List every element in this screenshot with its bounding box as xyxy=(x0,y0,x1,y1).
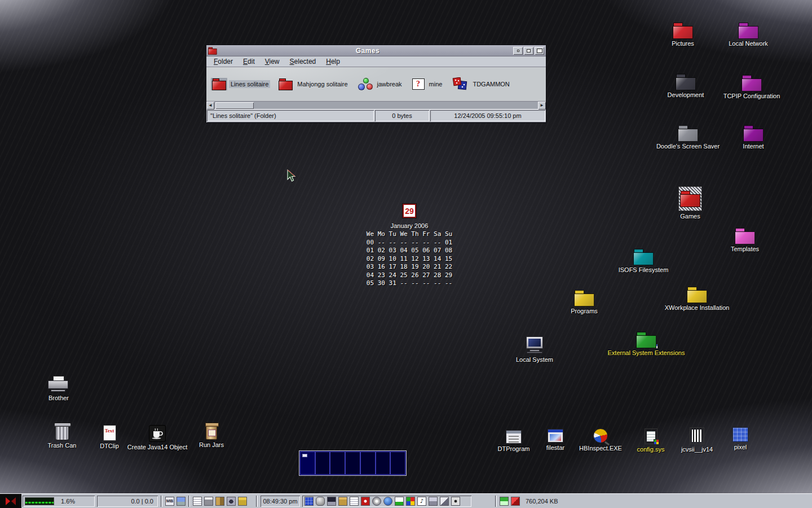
pager-desktop-2[interactable] xyxy=(315,452,330,475)
document-icon[interactable] xyxy=(350,497,359,506)
desktop-icon-xworkplace-installation[interactable]: XWorkplace Installation xyxy=(663,287,731,311)
folder-icon xyxy=(636,332,656,348)
item-tdgammon[interactable]: TDGAMMON xyxy=(451,77,511,91)
icon-label: DTClip xyxy=(100,443,119,449)
icon-label: jcvsii__jv14 xyxy=(681,446,713,453)
desktop-icon-pixel[interactable]: pixel xyxy=(713,427,767,450)
folder-icon xyxy=(687,287,707,303)
eye-icon[interactable] xyxy=(451,497,460,506)
cd-player-icon[interactable] xyxy=(372,497,381,506)
virtual-desktops-icon[interactable] xyxy=(304,497,314,506)
shutdown-icon[interactable] xyxy=(511,497,520,506)
desktop[interactable]: Games Folder Edit View Selected Help Lin… xyxy=(0,0,812,508)
desktop-icon-templates[interactable]: Templates xyxy=(718,228,772,252)
briefcase-icon[interactable] xyxy=(215,497,224,506)
item-mine[interactable]: ? mine xyxy=(411,78,444,90)
scroll-right-button[interactable]: ► xyxy=(538,102,546,110)
color-apps-icon[interactable] xyxy=(406,497,415,506)
pager-desktop-4[interactable] xyxy=(345,452,360,475)
desktop-icon-doodles-screen-saver[interactable]: Doodle's Screen Saver xyxy=(654,125,722,150)
swap-meter-icon[interactable]: MB xyxy=(165,497,174,506)
desktop-icon-local-system[interactable]: Local System xyxy=(508,336,562,363)
window-system-icon[interactable] xyxy=(208,47,217,54)
pager-desktop-5[interactable] xyxy=(360,452,376,475)
folder-icon xyxy=(574,290,594,306)
icon-label: Create Java14 Object xyxy=(127,444,187,450)
desktop-icon-tcpip-configuration[interactable]: TCPIP Configuration xyxy=(721,75,783,99)
pulse-icon[interactable] xyxy=(500,497,509,506)
acrobat-icon[interactable] xyxy=(361,497,370,506)
keyboard-layout-icon[interactable] xyxy=(429,497,438,506)
folder-icon xyxy=(743,125,764,141)
separator xyxy=(256,496,258,507)
item-jawbreak[interactable]: jawbreak xyxy=(357,77,404,91)
menu-edit[interactable]: Edit xyxy=(238,57,260,66)
desktop-icon-internet[interactable]: Internet xyxy=(726,125,780,150)
menu-help[interactable]: Help xyxy=(321,57,345,66)
folder-icon[interactable] xyxy=(238,497,247,506)
statusbar: "Lines solitaire" (Folder) 0 bytes 12/24… xyxy=(206,109,546,122)
desktop-icon-hbinspect[interactable]: HBInspect.EXE xyxy=(573,428,628,452)
xcenter-button[interactable] xyxy=(0,494,21,508)
menu-selected[interactable]: Selected xyxy=(285,57,321,66)
desktop-icon-create-java14-object[interactable]: Create Java14 Object xyxy=(126,425,188,450)
status-size: 0 bytes xyxy=(375,110,429,121)
screen-capture-icon[interactable] xyxy=(440,497,449,506)
cpu-graph xyxy=(25,497,54,505)
scrollbar-track[interactable] xyxy=(214,102,538,110)
menubar: Folder Edit View Selected Help xyxy=(206,56,546,67)
desktop-icon-pictures[interactable]: Pictures xyxy=(656,23,710,47)
menu-view[interactable]: View xyxy=(260,57,285,66)
icon-label: filestar xyxy=(546,444,564,451)
desktop-icon-games[interactable]: Games xyxy=(663,186,717,220)
desktop-icon-trash-can[interactable]: Trash Can xyxy=(35,424,89,449)
scrollbar-thumb[interactable] xyxy=(215,102,254,109)
desktop-icon-brother[interactable]: Brother xyxy=(32,376,86,401)
load-meter: 0.0 | 0.0 xyxy=(97,496,158,507)
pager-desktop-7[interactable] xyxy=(390,452,405,475)
printer-icon[interactable] xyxy=(204,497,213,506)
file-type-badge xyxy=(654,439,659,445)
desktop-icon-external-system-extensions[interactable]: External System Extensions xyxy=(610,332,683,356)
calendar-row: 02 09 10 11 12 13 14 15 xyxy=(361,255,458,264)
xpager-widget[interactable] xyxy=(299,450,407,476)
item-lines-solitaire[interactable]: Lines solitaire xyxy=(211,78,270,90)
desktop-monitor-icon[interactable] xyxy=(176,497,186,506)
camera-icon[interactable] xyxy=(227,497,236,506)
pager-desktop-1[interactable] xyxy=(300,452,315,475)
titlebar[interactable]: Games xyxy=(206,45,546,56)
desktop-icon-local-network[interactable]: Local Network xyxy=(721,23,775,47)
chart-icon[interactable] xyxy=(395,497,404,506)
icon-text: Text xyxy=(105,428,114,433)
hide-button[interactable] xyxy=(513,47,523,55)
item-mahjongg-solitaire[interactable]: Mahjongg solitaire xyxy=(277,78,349,90)
desktop-icon-run-jars[interactable]: Run Jars xyxy=(184,423,239,448)
mouse-settings-icon[interactable] xyxy=(316,497,325,506)
minimize-button[interactable] xyxy=(524,47,533,55)
icon-label: Local System xyxy=(516,356,553,363)
globe-icon[interactable] xyxy=(383,497,392,506)
window-list-icon[interactable] xyxy=(193,497,202,506)
clock-widget[interactable]: 08:49:30 pm xyxy=(261,496,300,507)
scroll-left-button[interactable]: ◄ xyxy=(206,102,214,110)
folder-tray-icon[interactable] xyxy=(338,497,347,506)
menu-folder[interactable]: Folder xyxy=(209,57,238,66)
horizontal-scrollbar[interactable]: ◄ ► xyxy=(206,101,546,109)
icon-label: HBInspect.EXE xyxy=(579,445,622,452)
desktop-icon-isofs-filesystem[interactable]: ISOFS Filesystem xyxy=(616,249,670,273)
folder-icon xyxy=(212,78,226,90)
pixel-grid-icon xyxy=(732,427,748,442)
calendar-widget[interactable]: 29 January 2006 We Mo Tu We Th Fr Sa Su … xyxy=(361,203,458,288)
system-monitor-icon[interactable] xyxy=(327,497,336,506)
calendar-day-badge[interactable]: 29 xyxy=(402,203,417,218)
maximize-button[interactable] xyxy=(535,47,544,55)
desktop-icon-programs[interactable]: Programs xyxy=(557,290,611,314)
load-values: 0.0 | 0.0 xyxy=(131,498,153,505)
window-overlay-icon xyxy=(651,344,658,349)
volume-icon[interactable]: ♪ xyxy=(417,497,426,506)
icon-label: Development xyxy=(668,91,704,98)
pager-desktop-6[interactable] xyxy=(376,452,391,475)
desktop-icon-development[interactable]: Development xyxy=(659,74,713,98)
cpu-percent: 1.6% xyxy=(61,498,75,505)
pager-desktop-3[interactable] xyxy=(330,452,345,475)
